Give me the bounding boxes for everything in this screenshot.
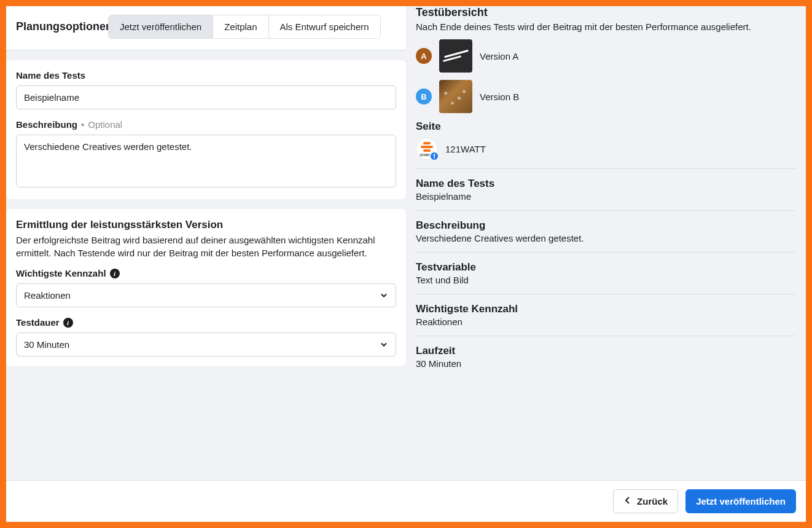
description-label: Beschreibung • Optional	[16, 119, 396, 130]
info-icon[interactable]: i	[110, 269, 120, 278]
publish-now-button-label: Jetzt veröffentlichen	[696, 496, 786, 506]
determination-sub: Der erfolgreichste Beitrag wird basieren…	[16, 234, 396, 259]
page-section: Seite 121WATT f 121WATT	[416, 120, 796, 160]
duration-select[interactable]: 30 Minuten	[16, 333, 396, 357]
divider	[416, 168, 796, 169]
duration-select-wrap: 30 Minuten	[16, 333, 396, 357]
duration-label-text: Testdauer	[16, 317, 60, 328]
kv-variable: Testvariable Text und Bild	[416, 261, 796, 285]
determination-card: Ermittlung der leistungsstärksten Versio…	[6, 209, 406, 366]
kv-description-label: Beschreibung	[416, 219, 796, 232]
planning-header: Planungsoptionen Jetzt veröffentlichen Z…	[6, 6, 406, 50]
description-field: Beschreibung • Optional	[16, 119, 396, 189]
footer-bar: Zurück Jetzt veröffentlichen	[6, 480, 806, 522]
overview-sub: Nach Ende deines Tests wird der Beitrag …	[416, 22, 796, 32]
description-optional: Optional	[88, 119, 122, 130]
key-metric-field: Wichtigste Kennzahl i Reaktionen	[16, 268, 396, 307]
planning-options-label: Planungsoptionen	[16, 20, 112, 33]
divider	[416, 336, 796, 336]
info-icon[interactable]: i	[63, 318, 73, 328]
right-column: Testübersicht Nach Ende deines Tests wir…	[406, 6, 806, 480]
version-a-row: A Version A	[416, 39, 796, 73]
divider	[416, 252, 796, 253]
kv-test-name: Name des Tests Beispielname	[416, 178, 796, 202]
duration-label: Testdauer i	[16, 317, 396, 328]
back-button[interactable]: Zurück	[613, 489, 678, 513]
chevron-left-icon	[623, 496, 632, 506]
key-metric-select[interactable]: Reaktionen	[16, 283, 396, 307]
planning-tabs: Jetzt veröffentlichen Zeitplan Als Entwu…	[108, 15, 381, 39]
divider	[416, 294, 796, 294]
test-name-field: Name des Tests	[16, 70, 396, 109]
version-a-label: Version A	[480, 51, 518, 61]
label-separator: •	[81, 119, 84, 130]
key-metric-label: Wichtigste Kennzahl i	[16, 268, 396, 278]
kv-runtime-value: 30 Minuten	[416, 358, 796, 369]
kv-description-value: Verschiedene Creatives werden getestet.	[416, 233, 796, 243]
kv-metric-value: Reaktionen	[416, 317, 796, 327]
test-name-label: Name des Tests	[16, 70, 396, 81]
duration-field: Testdauer i 30 Minuten	[16, 317, 396, 357]
divider	[416, 210, 796, 211]
key-metric-label-text: Wichtigste Kennzahl	[16, 268, 106, 278]
spacer	[6, 199, 406, 209]
version-b-row: B Version B	[416, 80, 796, 113]
back-button-label: Zurück	[637, 496, 668, 506]
kv-metric-label: Wichtigste Kennzahl	[416, 303, 796, 315]
facebook-badge-icon: f	[429, 151, 439, 161]
kv-runtime-label: Laufzeit	[416, 345, 796, 357]
version-badge-b: B	[416, 89, 432, 104]
version-b-thumbnail	[439, 80, 472, 113]
tab-publish-now[interactable]: Jetzt veröffentlichen	[109, 15, 213, 38]
kv-variable-value: Text und Bild	[416, 275, 796, 285]
app-shell: Planungsoptionen Jetzt veröffentlichen Z…	[6, 6, 806, 522]
spacer	[6, 50, 406, 60]
kv-description: Beschreibung Verschiedene Creatives werd…	[416, 219, 796, 243]
page-name: 121WATT	[445, 144, 486, 154]
test-name-input[interactable]	[16, 85, 396, 109]
kv-runtime: Laufzeit 30 Minuten	[416, 345, 796, 369]
kv-variable-label: Testvariable	[416, 261, 796, 274]
tab-schedule[interactable]: Zeitplan	[213, 15, 268, 38]
key-metric-select-wrap: Reaktionen	[16, 283, 396, 307]
page-heading: Seite	[416, 120, 796, 133]
page-row: 121WATT f 121WATT	[416, 138, 796, 160]
version-a-thumbnail	[439, 39, 472, 73]
determination-title: Ermittlung der leistungsstärksten Versio…	[16, 219, 396, 231]
kv-test-name-label: Name des Tests	[416, 178, 796, 190]
kv-test-name-value: Beispielname	[416, 191, 796, 202]
columns: Planungsoptionen Jetzt veröffentlichen Z…	[6, 6, 806, 480]
description-textarea[interactable]	[16, 135, 396, 187]
description-label-text: Beschreibung	[16, 119, 77, 130]
overview-title: Testübersicht	[416, 6, 796, 19]
publish-now-button[interactable]: Jetzt veröffentlichen	[685, 489, 796, 513]
page-avatar: 121WATT f	[416, 138, 438, 160]
version-b-label: Version B	[480, 92, 519, 102]
left-column: Planungsoptionen Jetzt veröffentlichen Z…	[6, 6, 406, 480]
test-name-description-card: Name des Tests Beschreibung • Optional	[6, 60, 406, 199]
kv-metric: Wichtigste Kennzahl Reaktionen	[416, 303, 796, 327]
version-badge-a: A	[416, 48, 432, 64]
tab-save-draft[interactable]: Als Entwurf speichern	[269, 15, 380, 38]
